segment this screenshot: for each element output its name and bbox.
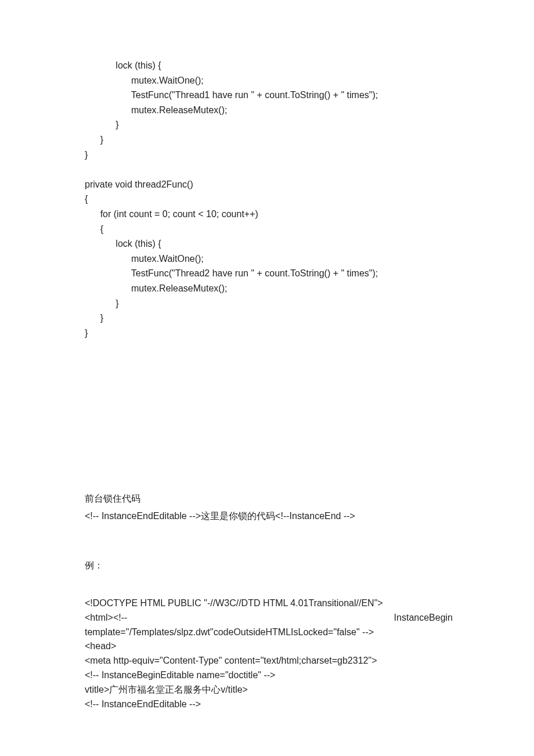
code-line: }	[85, 120, 119, 129]
code-line: }	[85, 135, 103, 145]
code-line: }	[85, 328, 88, 338]
code-line: mutex.WaitOne();	[85, 75, 204, 85]
code-line: TestFunc("Thread2 have run " + count.ToS…	[85, 268, 378, 278]
code-line: lock (this) {	[85, 60, 161, 70]
code-line: }	[85, 298, 119, 308]
code-line: }	[85, 150, 88, 160]
code-line: mutex.WaitOne();	[85, 254, 204, 264]
code-line: private void thread2Func()	[85, 179, 193, 189]
comment-prefix: <!-- InstanceEndEditable -->	[85, 511, 201, 521]
html-line: <!-- InstanceEndEditable -->	[85, 697, 453, 712]
example-label: 例：	[85, 558, 453, 573]
section-title: 前台锁住代码	[85, 491, 453, 506]
code-line: mutex.ReleaseMutex();	[85, 283, 227, 293]
html-line: <meta http-equiv="Content-Type" content=…	[85, 654, 453, 668]
code-line: lock (this) {	[85, 239, 161, 249]
code-line: }	[85, 313, 103, 323]
code-line: mutex.ReleaseMutex();	[85, 105, 227, 115]
html-line: <!-- InstanceBeginEditable name="doctitl…	[85, 668, 453, 683]
html-line: <head>	[85, 639, 453, 654]
html-line-left: <html><!--	[85, 611, 127, 625]
lock-comment-line: <!-- InstanceEndEditable -->这里是你锁的代码<!--…	[85, 509, 453, 524]
html-line: vtitle>广州市福名堂正名服务中心v/title>	[85, 683, 453, 697]
comment-mid: 这里是你锁的代码	[201, 511, 275, 521]
html-line: <!DOCTYPE HTML PUBLIC "-//W3C//DTD HTML …	[85, 596, 453, 611]
html-line: template="/Templates/slpz.dwt"codeOutsid…	[85, 625, 453, 640]
code-line: TestFunc("Thread1 have run " + count.ToS…	[85, 90, 378, 100]
html-example-block: <!DOCTYPE HTML PUBLIC "-//W3C//DTD HTML …	[85, 596, 453, 711]
html-line-right: InstanceBegin	[394, 611, 453, 625]
comment-suffix: <!--InstanceEnd -->	[275, 511, 355, 521]
code-line: for (int count = 0; count < 10; count++)	[85, 209, 258, 219]
html-line: <html><!-- InstanceBegin	[85, 611, 453, 625]
csharp-code-block: lock (this) { mutex.WaitOne(); TestFunc(…	[85, 58, 453, 340]
code-line: {	[85, 194, 88, 204]
code-line: {	[85, 224, 103, 234]
document-page: lock (this) { mutex.WaitOne(); TestFunc(…	[0, 0, 534, 756]
